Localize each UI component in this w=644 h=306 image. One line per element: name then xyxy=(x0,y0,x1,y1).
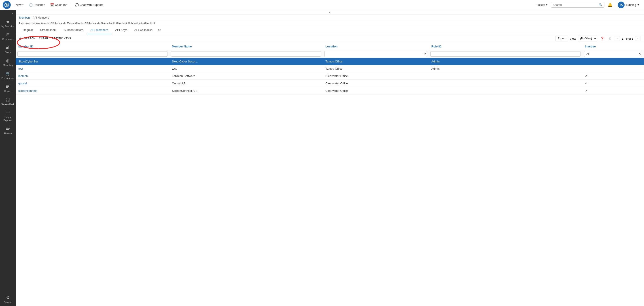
cell-location: Clearwater Office xyxy=(323,87,429,95)
table-row[interactable]: testtestTampa OfficeAdmin xyxy=(16,65,644,72)
tab-api-callbacks[interactable]: API Callbacks xyxy=(131,26,156,34)
member-id-link[interactable]: quosal xyxy=(18,82,27,85)
sidebar-item-time-expense[interactable]: Time & Expense xyxy=(0,108,16,124)
tab-streamlineit[interactable]: StreamlineIT xyxy=(37,26,60,34)
view-label: View xyxy=(570,37,576,40)
search-input[interactable] xyxy=(553,3,598,7)
svg-rect-14 xyxy=(6,128,8,128)
chat-button[interactable]: 💬 Chat with Support xyxy=(73,2,105,8)
toolbar: + SEARCH CLEAR RESYNC KEYS Export View (… xyxy=(16,34,644,43)
svg-rect-4 xyxy=(9,46,10,49)
view-select[interactable]: (No View) xyxy=(578,36,597,42)
tab-api-members[interactable]: API Members xyxy=(87,26,112,34)
clear-button[interactable]: CLEAR xyxy=(38,36,49,41)
svg-rect-8 xyxy=(6,87,8,88)
cell-member-name: Quosal API xyxy=(169,80,323,87)
filter-member-name-cell[interactable] xyxy=(169,50,323,58)
table-row[interactable]: quosalQuosal APIClearwater Office✓ xyxy=(16,80,644,87)
filter-location-cell[interactable] xyxy=(323,50,429,58)
user-name: Training xyxy=(626,3,636,7)
member-id-link[interactable]: screenconnect xyxy=(18,89,37,92)
next-page-button[interactable]: › xyxy=(635,36,640,41)
member-id-link[interactable]: test xyxy=(18,67,23,70)
collapse-bar[interactable]: ▲ xyxy=(16,10,644,15)
col-member-name[interactable]: Member Name xyxy=(169,43,323,50)
tickets-label: Tickets xyxy=(536,3,545,7)
recent-chevron: ▾ xyxy=(44,4,45,6)
procurement-icon: 🛒 xyxy=(5,71,10,76)
cell-member-id: SkoutCyberSec xyxy=(16,58,169,65)
col-inactive[interactable]: Inactive xyxy=(582,43,644,50)
cell-member-name: Skou Cyber Secur... xyxy=(169,58,323,65)
col-location[interactable]: Location xyxy=(323,43,429,50)
tickets-chevron: ▾ xyxy=(546,3,548,7)
tab-regular[interactable]: Regular xyxy=(19,26,37,34)
search-icon: 🔍 xyxy=(599,3,602,7)
cell-member-name: test xyxy=(169,65,323,72)
add-button[interactable]: + xyxy=(19,37,21,41)
sidebar-item-finance[interactable]: Finance xyxy=(0,124,16,137)
export-button[interactable]: Export xyxy=(555,36,568,42)
tab-api-keys[interactable]: API Keys xyxy=(112,26,130,34)
search-box[interactable]: 🔍 xyxy=(551,2,604,8)
calendar-button[interactable]: 📅 Calendar xyxy=(48,2,69,8)
cell-member-id: test xyxy=(16,65,169,72)
breadcrumb-parent[interactable]: Members xyxy=(19,16,30,19)
sidebar-item-project[interactable]: Project xyxy=(0,82,16,95)
cell-member-name: ScreenConnect API xyxy=(169,87,323,95)
sidebar-item-sales[interactable]: Sales xyxy=(0,43,16,56)
svg-rect-2 xyxy=(7,47,8,49)
favorites-icon: ★ xyxy=(6,19,10,24)
pagination-info: 1 - 5 of 5 xyxy=(622,37,633,40)
sidebar-item-companies-label: Companies xyxy=(2,38,14,41)
filter-inactive-select[interactable]: All Yes No xyxy=(584,51,642,57)
sidebar-item-companies[interactable]: ⊞ Companies xyxy=(0,30,16,43)
prev-page-button[interactable]: ‹ xyxy=(615,36,620,41)
new-label: New xyxy=(16,3,22,7)
sales-icon xyxy=(6,45,10,50)
new-button[interactable]: New ▾ xyxy=(14,2,26,8)
calendar-label: Calendar xyxy=(55,3,67,7)
filter-member-id-cell[interactable] xyxy=(16,50,169,58)
cell-member-id: quosal xyxy=(16,80,169,87)
tab-gear-icon[interactable]: ⚙ xyxy=(158,28,161,32)
help-icon-button[interactable]: ❓ xyxy=(599,36,606,41)
toolbar-right: Export View (No View) ❓ ⚙ ‹ 1 - 5 of 5 › xyxy=(555,36,640,42)
bell-icon[interactable]: 🔔 xyxy=(605,3,615,8)
col-member-id[interactable]: Member ID xyxy=(16,43,169,50)
sidebar-toggle[interactable]: › xyxy=(0,10,16,17)
member-id-link[interactable]: labtech xyxy=(18,74,28,78)
settings-icon-button[interactable]: ⚙ xyxy=(607,36,613,41)
recent-button[interactable]: 🕐 Recent ▾ xyxy=(26,2,47,8)
filter-member-name[interactable] xyxy=(171,51,321,57)
filter-role-id-cell[interactable] xyxy=(429,50,582,58)
svg-rect-5 xyxy=(6,85,10,85)
search-button[interactable]: SEARCH xyxy=(23,36,36,41)
table-row[interactable]: SkoutCyberSecSkou Cyber Secur...Tampa Of… xyxy=(16,58,644,65)
col-role-id[interactable]: Role ID xyxy=(429,43,582,50)
cell-role-id: Admin xyxy=(429,65,582,72)
filter-row: All Yes No xyxy=(16,50,644,58)
table-row[interactable]: labtechLabTech SoftwareClearwater Office… xyxy=(16,72,644,80)
sidebar-item-system[interactable]: ⚙ System xyxy=(3,293,12,306)
project-icon xyxy=(6,84,10,89)
sidebar-item-system-label: System xyxy=(4,301,12,304)
sidebar-item-marketing[interactable]: ◎ Marketing xyxy=(0,56,16,69)
time-expense-icon xyxy=(6,110,10,116)
resync-keys-button[interactable]: RESYNC KEYS xyxy=(51,36,72,41)
tab-subcontractors[interactable]: Subcontractors xyxy=(60,26,87,34)
main-layout: › ★ My Favorites ⊞ Companies Sales xyxy=(0,10,644,306)
filter-role-id[interactable] xyxy=(430,51,580,57)
logo[interactable] xyxy=(3,1,11,9)
sidebar-item-procurement[interactable]: 🛒 Procurement xyxy=(0,69,16,82)
sidebar-item-favorites[interactable]: ★ My Favorites xyxy=(0,17,16,30)
member-id-link[interactable]: SkoutCyberSec xyxy=(18,60,38,63)
sidebar-item-service-desk[interactable]: 🎧 Service Desk xyxy=(0,95,16,108)
user-profile[interactable]: TA Training ▾ xyxy=(616,1,641,9)
table-row[interactable]: screenconnectScreenConnect APIClearwater… xyxy=(16,87,644,95)
filter-member-id[interactable] xyxy=(18,51,168,57)
filter-inactive-cell[interactable]: All Yes No xyxy=(582,50,644,58)
tickets-button[interactable]: Tickets ▾ xyxy=(534,2,550,8)
filter-location-select[interactable] xyxy=(324,51,427,57)
licensing-bar: Licensing: Regular (4 active/99 licensed… xyxy=(16,21,644,26)
